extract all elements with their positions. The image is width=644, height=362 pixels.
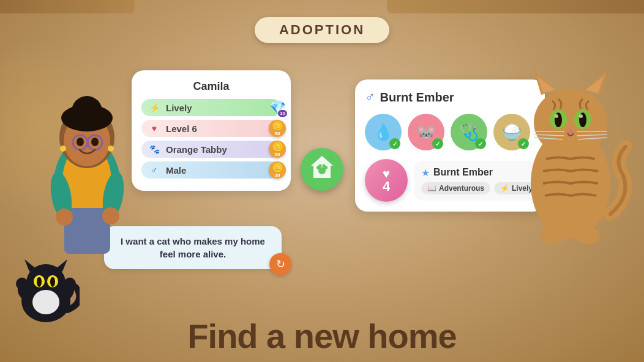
adventurous-label: Adventurous — [439, 184, 484, 193]
stat-row-level: ♥ Level 6 🪙 50 — [141, 120, 281, 137]
svg-point-16 — [60, 146, 66, 152]
book-icon: 📖 — [427, 184, 436, 193]
svg-point-14 — [56, 209, 73, 226]
stat-row-tabby: 🐾 Orange Tabby 🪙 50 — [141, 141, 281, 158]
trait-check-health: ✓ — [475, 138, 486, 149]
match-number: 4 — [383, 180, 390, 193]
svg-point-54 — [37, 277, 42, 287]
svg-point-45 — [541, 227, 566, 244]
trait-check-water: ✓ — [389, 138, 400, 149]
house-icon — [309, 153, 335, 185]
match-cat-name: Burnt Ember — [433, 167, 493, 178]
top-strip-right — [387, 0, 644, 13]
svg-point-15 — [102, 207, 119, 224]
tabby-label: Orange Tabby — [166, 144, 227, 155]
level-icon: ♥ — [148, 122, 161, 135]
male-icon: ♂ — [148, 163, 161, 177]
stat-bar-level: ♥ Level 6 🪙 50 — [141, 120, 281, 137]
stat-row-male: ♂ Male 🪙 30 — [141, 161, 281, 179]
tabby-coin-cost: 🪙 50 — [269, 141, 286, 158]
level-coin-cost: 🪙 50 — [269, 120, 286, 137]
svg-rect-4 — [89, 226, 108, 254]
adopt-button[interactable] — [301, 148, 343, 191]
svg-point-8 — [61, 105, 113, 131]
svg-point-17 — [108, 146, 114, 152]
bottom-title: Find a new home — [0, 316, 644, 356]
svg-point-18 — [77, 138, 84, 146]
trait-tag-adventurous: 📖 Adventurous — [421, 182, 490, 194]
lively-icon: ⚡ — [148, 101, 161, 114]
svg-point-24 — [319, 164, 322, 168]
top-strip-left — [0, 0, 135, 13]
svg-point-19 — [91, 138, 99, 146]
match-star-icon: ★ — [421, 167, 430, 179]
lively-gem-cost: 💎 10 — [269, 100, 286, 116]
camila-character — [34, 52, 141, 254]
svg-point-25 — [323, 164, 326, 168]
stat-bar-lively: ⚡ Lively 💎 10 — [141, 99, 281, 116]
trait-water: 💧 ✓ — [365, 114, 402, 150]
cat-name: Burnt Ember — [380, 90, 454, 105]
svg-point-36 — [555, 114, 558, 118]
match-heart: ♥ 4 — [365, 159, 408, 202]
trait-rodent: 🐭 ✓ — [408, 114, 444, 150]
svg-point-58 — [16, 278, 28, 290]
svg-point-27 — [534, 89, 607, 156]
tabby-icon: 🐾 — [148, 142, 161, 156]
svg-point-37 — [579, 114, 583, 118]
black-cat-decoration — [12, 258, 80, 325]
cat-figure — [509, 61, 632, 251]
male-label: Male — [166, 165, 186, 175]
stat-row-lively: ⚡ Lively 💎 10 — [141, 99, 281, 116]
trait-check-rodent: ✓ — [432, 138, 443, 149]
refresh-button[interactable]: ↻ — [269, 253, 291, 275]
level-label: Level 6 — [166, 124, 197, 134]
male-coin-cost: 🪙 30 — [269, 161, 286, 179]
svg-marker-49 — [24, 259, 38, 272]
svg-point-51 — [32, 290, 59, 314]
stat-bar-tabby: 🐾 Orange Tabby 🪙 50 — [141, 141, 281, 158]
svg-marker-50 — [54, 259, 67, 272]
camila-name: Camila — [141, 80, 281, 93]
svg-rect-3 — [64, 226, 84, 254]
lightning-icon: ⚡ — [500, 184, 509, 193]
cat-gender-icon: ♂ — [365, 89, 375, 105]
adoption-title: ADOPTION — [279, 22, 365, 37]
heart-symbol-icon: ♥ — [383, 168, 390, 180]
svg-point-55 — [50, 277, 55, 287]
lively-label: Lively — [166, 103, 192, 113]
stat-bar-male: ♂ Male 🪙 30 — [141, 161, 281, 179]
adoption-banner: ADOPTION — [255, 17, 389, 43]
trait-health: 🩺 ✓ — [451, 114, 487, 150]
camila-card: Camila ⚡ Lively 💎 10 ♥ Level 6 🪙 50 🐾 Or… — [132, 70, 291, 191]
svg-point-46 — [575, 227, 600, 244]
